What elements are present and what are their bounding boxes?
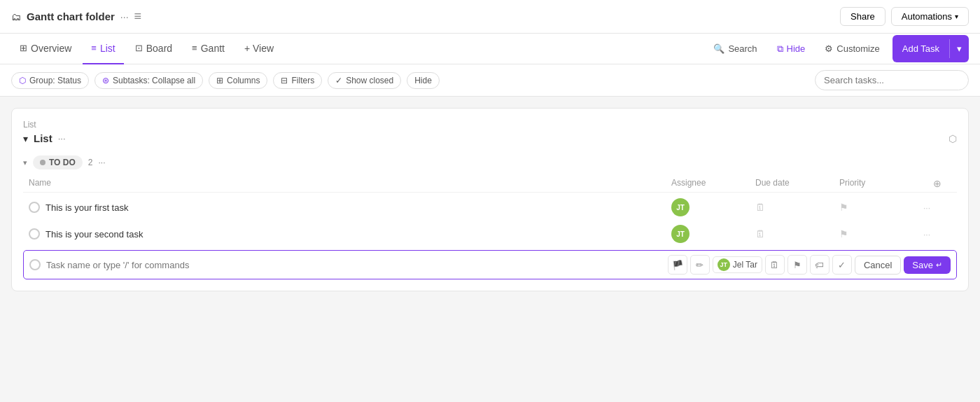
task-checkbox-1[interactable]	[29, 202, 40, 213]
subtasks-label: Subtasks: Collapse all	[113, 76, 195, 85]
new-task-left	[29, 259, 668, 270]
task-more-dots-2[interactable]: ···	[923, 230, 930, 240]
col-add-header[interactable]: ⊕	[923, 178, 951, 189]
new-task-priority-btn[interactable]: ⚑	[788, 255, 807, 275]
nav-item-gantt[interactable]: ≡ Gantt	[183, 34, 233, 64]
col-priority-header: Priority	[839, 178, 923, 189]
new-task-assignee-name: Jel Tar	[733, 260, 757, 270]
nav-item-overview[interactable]: ⊞ Overview	[11, 34, 80, 64]
nav-overview-label: Overview	[31, 43, 71, 54]
task-priority-1[interactable]: ⚑	[839, 202, 923, 213]
new-task-assignee-chip[interactable]: JT Jel Tar	[713, 256, 762, 273]
customize-nav-button[interactable]: ⚙ Customize	[818, 40, 886, 57]
new-task-check-btn[interactable]: ✓	[832, 255, 852, 275]
board-icon: ⊡	[135, 43, 143, 53]
automations-label: Automations	[902, 11, 952, 22]
customize-nav-label: Customize	[836, 43, 879, 54]
group-status-chip[interactable]: ⬡ Group: Status	[11, 72, 89, 89]
share-button[interactable]: Share	[840, 7, 886, 26]
group-status-label: Group: Status	[29, 76, 81, 85]
enter-icon: ↵	[936, 261, 942, 270]
nav-gantt-label: Gantt	[201, 43, 225, 54]
priority-icon-1[interactable]: ⚑	[839, 202, 848, 213]
new-task-flag-btn[interactable]: 🏴	[668, 255, 687, 275]
table-row: This is your second task JT 🗓 ⚑ ···	[23, 221, 957, 247]
task-more-dots-1[interactable]: ···	[923, 203, 930, 213]
app-header-left: 🗂 Gantt chart folder ··· ≡	[11, 9, 141, 24]
new-task-input[interactable]	[46, 260, 668, 270]
new-task-tag-btn[interactable]: 🏷	[810, 255, 830, 275]
new-task-row: 🏴 ✏ JT Jel Tar 🗓 ⚑ 🏷 ✓ Cancel Save ↵	[23, 250, 957, 279]
nav-item-list[interactable]: ≡ List	[83, 34, 123, 64]
add-task-button[interactable]: Add Task ▾	[892, 35, 969, 62]
collapse-panel-icon[interactable]: ⬡	[948, 133, 957, 144]
filters-chip[interactable]: ⊟ Filters	[273, 72, 322, 89]
new-task-assignee-avatar: JT	[718, 258, 730, 271]
task-assignee-2[interactable]: JT	[671, 225, 755, 243]
task-due-date-2[interactable]: 🗓	[755, 228, 839, 240]
add-task-arrow-icon[interactable]: ▾	[950, 39, 969, 58]
priority-icon-2[interactable]: ⚑	[839, 228, 848, 240]
group-dots[interactable]: ···	[98, 158, 105, 167]
task-assignee-1[interactable]: JT	[671, 198, 755, 216]
columns-chip[interactable]: ⊞ Columns	[209, 72, 267, 89]
subtasks-chip[interactable]: ⊛ Subtasks: Collapse all	[94, 72, 203, 89]
automations-button[interactable]: Automations ▾	[891, 7, 969, 26]
group-name: TO DO	[49, 158, 76, 167]
col-due-date-header: Due date	[755, 178, 839, 189]
app-header-right: Share Automations ▾	[840, 7, 969, 26]
nav-add-view-label: + View	[244, 43, 274, 54]
task-name-cell-2: This is your second task	[29, 228, 671, 240]
list-icon: ≡	[91, 43, 97, 53]
task-more-2[interactable]: ···	[923, 228, 951, 240]
save-label: Save	[912, 260, 933, 270]
group-badge: TO DO	[33, 155, 83, 169]
automations-chevron-icon: ▾	[955, 13, 958, 20]
group-collapse-icon[interactable]: ▾	[23, 158, 27, 167]
columns-label: Columns	[227, 76, 260, 85]
group-header: ▾ TO DO 2 ···	[23, 155, 957, 169]
nav-right: 🔍 Search ⧉ Hide ⚙ Customize Add Task ▾	[706, 35, 969, 62]
show-closed-icon: ✓	[335, 76, 342, 85]
group-count: 2	[88, 158, 93, 167]
customize-nav-icon: ⚙	[825, 43, 833, 54]
assignee-avatar-1[interactable]: JT	[671, 198, 690, 216]
app-title-dots[interactable]: ···	[120, 11, 129, 22]
new-task-checkbox[interactable]	[29, 259, 41, 270]
hide-chip[interactable]: Hide	[407, 72, 440, 89]
save-button[interactable]: Save ↵	[904, 256, 951, 274]
cancel-button[interactable]: Cancel	[855, 256, 901, 275]
nav-bar: ⊞ Overview ≡ List ⊡ Board ≡ Gantt + View…	[0, 34, 980, 64]
toolbar: ⬡ Group: Status ⊛ Subtasks: Collapse all…	[0, 64, 980, 97]
app-header: 🗂 Gantt chart folder ··· ≡ Share Automat…	[0, 0, 980, 34]
new-task-date-btn[interactable]: 🗓	[765, 255, 785, 275]
new-task-edit-btn[interactable]: ✏	[690, 255, 710, 275]
filters-label: Filters	[291, 76, 314, 85]
task-checkbox-2[interactable]	[29, 228, 40, 240]
due-date-icon-1[interactable]: 🗓	[755, 202, 765, 213]
task-name-cell: This is your first task	[29, 202, 671, 213]
search-nav-button[interactable]: 🔍 Search	[706, 40, 764, 57]
columns-icon: ⊞	[216, 76, 223, 85]
table-header: Name Assignee Due date Priority ⊕	[23, 175, 957, 193]
group-badge-dot	[40, 160, 46, 165]
hide-nav-button[interactable]: ⧉ Hide	[770, 40, 813, 58]
nav-left: ⊞ Overview ≡ List ⊡ Board ≡ Gantt + View	[11, 34, 282, 64]
task-name-1: This is your first task	[46, 202, 128, 213]
nav-item-add-view[interactable]: + View	[236, 34, 282, 64]
nav-item-board[interactable]: ⊡ Board	[127, 34, 181, 64]
search-tasks-input[interactable]	[815, 70, 969, 90]
task-priority-2[interactable]: ⚑	[839, 228, 923, 240]
gantt-icon: ≡	[192, 43, 197, 53]
overview-icon: ⊞	[20, 43, 27, 53]
show-closed-chip[interactable]: ✓ Show closed	[328, 72, 401, 89]
list-collapse-icon[interactable]: ▾	[23, 133, 28, 144]
task-more-1[interactable]: ···	[923, 202, 951, 213]
table-row: This is your first task JT 🗓 ⚑ ···	[23, 194, 957, 221]
add-task-main-label[interactable]: Add Task	[892, 39, 950, 58]
list-header-dots[interactable]: ···	[58, 133, 66, 144]
due-date-icon-2[interactable]: 🗓	[755, 228, 765, 240]
app-header-menu[interactable]: ≡	[134, 9, 142, 24]
assignee-avatar-2[interactable]: JT	[671, 225, 690, 243]
task-due-date-1[interactable]: 🗓	[755, 202, 839, 213]
